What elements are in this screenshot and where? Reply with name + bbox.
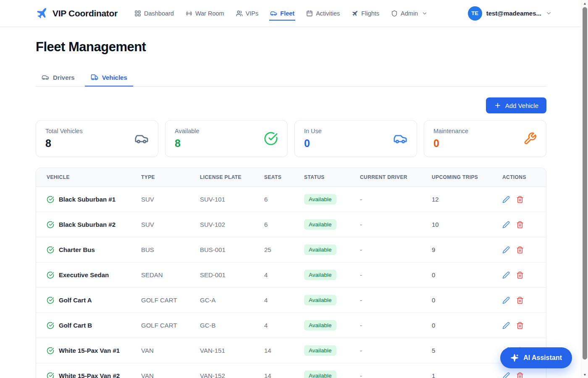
tab-drivers[interactable]: Drivers	[36, 69, 81, 87]
scroll-down-arrow[interactable]: ▼	[581, 371, 588, 378]
stat-label: In Use	[304, 128, 322, 134]
table-row: Charter Bus BUS BUS-001 25 Available - 9	[36, 237, 546, 262]
vehicle-type: VAN	[141, 363, 200, 378]
upcoming-trips: 0	[432, 262, 502, 288]
table-row: White 15-Pax Van #2 VAN VAN-152 14 Avail…	[36, 363, 546, 378]
ai-assistant-button[interactable]: AI Assistant	[500, 347, 572, 368]
main-content: Fleet Management Drivers Vehicles Add Ve…	[36, 39, 546, 378]
car-icon	[42, 74, 49, 81]
col-type: TYPE	[141, 168, 200, 187]
delete-button[interactable]	[516, 196, 524, 203]
nav-label: Flights	[361, 10, 379, 17]
edit-button[interactable]	[502, 372, 510, 378]
stat-value: 0	[433, 137, 468, 150]
chevron-down-icon	[546, 10, 552, 16]
seats: 6	[264, 212, 304, 237]
sparkles-icon	[510, 354, 519, 362]
check-circle-icon	[47, 196, 54, 203]
stats-row: Total Vehicles 8 Available 8 In Use 0	[36, 120, 546, 157]
scrollbar-thumb[interactable]	[583, 7, 587, 360]
license-plate: SUV-101	[200, 187, 264, 212]
nav-item-fleet[interactable]: Fleet	[269, 6, 295, 21]
delete-button[interactable]	[516, 221, 524, 228]
upcoming-trips: 9	[432, 237, 502, 262]
edit-button[interactable]	[502, 196, 510, 203]
car-icon	[270, 10, 277, 17]
truck-icon	[91, 74, 98, 81]
nav-label: Fleet	[280, 10, 294, 17]
add-vehicle-button[interactable]: Add Vehicle	[486, 97, 546, 113]
vehicles-table-card: VEHICLE TYPE LICENSE PLATE SEATS STATUS …	[36, 168, 546, 378]
delete-button[interactable]	[516, 271, 524, 279]
toolbar: Add Vehicle	[36, 97, 546, 113]
delete-button[interactable]	[516, 246, 524, 254]
stat-card-maintenance: Maintenance 0	[424, 120, 546, 157]
edit-button[interactable]	[502, 297, 510, 304]
table-row: Golf Cart A GOLF CART GC-A 4 Available -…	[36, 288, 546, 313]
edit-button[interactable]	[502, 271, 510, 279]
edit-button[interactable]	[502, 322, 510, 329]
license-plate: SED-001	[200, 262, 264, 288]
plane-logo-icon	[36, 7, 48, 20]
vehicle-type: SEDAN	[141, 262, 200, 288]
nav-label: Activities	[316, 10, 340, 17]
broadcast-icon	[186, 10, 192, 17]
delete-button[interactable]	[516, 372, 524, 378]
vehicle-name: Executive Sedan	[59, 271, 109, 278]
delete-button[interactable]	[516, 297, 524, 304]
nav-item-flights[interactable]: Flights	[351, 6, 380, 21]
table-row: Black Suburban #2 SUV SUV-102 6 Availabl…	[36, 212, 546, 237]
stat-value: 8	[175, 137, 200, 150]
nav-item-dashboard[interactable]: Dashboard	[134, 6, 175, 21]
upcoming-trips: 10	[432, 212, 502, 237]
license-plate: SUV-102	[200, 212, 264, 237]
nav-item-war-room[interactable]: War Room	[185, 6, 225, 21]
vehicle-name: Golf Cart A	[59, 297, 92, 304]
vehicle-name: Golf Cart B	[59, 322, 92, 329]
brand-name: VIP Coordinator	[52, 8, 118, 18]
current-driver: -	[360, 313, 432, 338]
stat-value: 8	[45, 137, 83, 150]
calendar-icon	[306, 10, 313, 17]
check-circle-icon	[47, 221, 54, 228]
upcoming-trips: 5	[432, 338, 502, 363]
vehicles-table: VEHICLE TYPE LICENSE PLATE SEATS STATUS …	[36, 168, 546, 378]
check-circle-icon	[47, 246, 54, 254]
user-menu[interactable]: TE test@madeames...	[468, 6, 575, 21]
current-driver: -	[360, 338, 432, 363]
scroll-up-arrow[interactable]: ▲	[581, 0, 588, 7]
edit-button[interactable]	[502, 246, 510, 254]
brand[interactable]: VIP Coordinator	[36, 7, 118, 20]
page-title: Fleet Management	[36, 39, 546, 55]
vehicle-name: White 15-Pax Van #2	[59, 372, 120, 378]
col-upcoming-trips: UPCOMING TRIPS	[432, 168, 502, 187]
col-seats: SEATS	[264, 168, 304, 187]
check-circle-icon	[47, 347, 54, 354]
current-driver: -	[360, 262, 432, 288]
col-license-plate: LICENSE PLATE	[200, 168, 264, 187]
upcoming-trips: 12	[432, 187, 502, 212]
current-driver: -	[360, 363, 432, 378]
status-badge: Available	[304, 270, 336, 280]
fleet-tabs: Drivers Vehicles	[36, 69, 546, 87]
nav-item-admin[interactable]: Admin	[390, 6, 428, 21]
status-badge: Available	[304, 244, 336, 255]
nav-item-activities[interactable]: Activities	[305, 6, 341, 21]
delete-button[interactable]	[516, 322, 524, 329]
vehicle-name: Charter Bus	[59, 246, 95, 253]
upcoming-trips: 0	[432, 313, 502, 338]
tab-vehicles[interactable]: Vehicles	[85, 69, 133, 87]
col-status: STATUS	[304, 168, 360, 187]
main-nav: Dashboard War Room VIPs Fleet	[129, 6, 433, 21]
edit-button[interactable]	[502, 221, 510, 228]
stat-value: 0	[304, 137, 322, 150]
vehicle-type: VAN	[141, 338, 200, 363]
table-row: Black Suburban #1 SUV SUV-101 6 Availabl…	[36, 187, 546, 212]
vehicle-type: GOLF CART	[141, 288, 200, 313]
check-circle-icon	[264, 131, 278, 146]
nav-item-vips[interactable]: VIPs	[235, 6, 260, 21]
upcoming-trips: 0	[432, 288, 502, 313]
upcoming-trips: 1	[432, 363, 502, 378]
vertical-scrollbar[interactable]: ▲ ▼	[581, 0, 588, 378]
license-plate: GC-B	[200, 313, 264, 338]
